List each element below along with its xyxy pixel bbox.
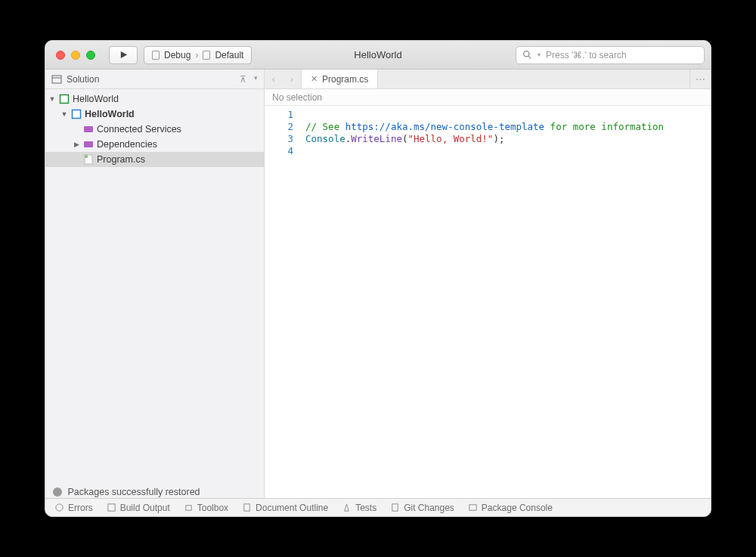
errors-icon bbox=[54, 503, 64, 512]
code-lines: // See https://aka.ms/new-console-templa… bbox=[301, 106, 664, 498]
run-button[interactable] bbox=[109, 46, 138, 64]
window-controls bbox=[56, 51, 95, 60]
svg-line-1 bbox=[528, 56, 531, 58]
svg-point-0 bbox=[524, 51, 529, 57]
connected-services-label: Connected Services bbox=[97, 124, 181, 135]
zoom-window-button[interactable] bbox=[86, 51, 95, 60]
minimize-window-button[interactable] bbox=[71, 51, 80, 60]
dependencies-label: Dependencies bbox=[97, 139, 157, 150]
panel-errors[interactable]: Errors bbox=[54, 503, 93, 513]
svg-rect-5 bbox=[73, 110, 81, 119]
tree-file-program[interactable]: Program.cs bbox=[45, 152, 264, 167]
svg-rect-9 bbox=[85, 155, 88, 158]
close-tab-icon[interactable]: ✕ bbox=[311, 74, 318, 84]
svg-point-10 bbox=[56, 504, 63, 511]
solution-tree: HelloWorld HelloWorld Connected Services… bbox=[45, 89, 264, 167]
line-number: 1 bbox=[265, 109, 293, 121]
sidebar-header: Solution ⊼ ▾ bbox=[45, 70, 264, 89]
svg-rect-11 bbox=[108, 504, 115, 511]
tab-overflow-button[interactable]: ⋯ bbox=[689, 70, 711, 88]
panel-tests[interactable]: Tests bbox=[342, 503, 376, 513]
search-icon bbox=[522, 50, 532, 60]
build-output-icon bbox=[107, 503, 116, 512]
line-number: 3 bbox=[265, 133, 293, 145]
play-icon bbox=[119, 51, 128, 59]
package-console-icon bbox=[468, 503, 478, 512]
titlebar: Debug › Default HelloWorld ▾ Press '⌘.' … bbox=[45, 41, 711, 70]
svg-rect-7 bbox=[84, 141, 93, 147]
editor-area: ‹ › ✕ Program.cs ⋯ No selection 1 2 3 4 bbox=[265, 70, 711, 498]
svg-rect-2 bbox=[52, 76, 61, 83]
target-icon bbox=[203, 51, 210, 60]
nav-forward-button[interactable]: › bbox=[283, 70, 301, 88]
code-editor[interactable]: 1 2 3 4 // See https://aka.ms/new-consol… bbox=[265, 106, 711, 498]
solution-pad-icon bbox=[51, 74, 62, 85]
main-body: Solution ⊼ ▾ HelloWorld HelloWorld bbox=[45, 70, 711, 498]
tab-label: Program.cs bbox=[322, 74, 368, 85]
panel-toolbox[interactable]: Toolbox bbox=[184, 503, 228, 513]
nav-back-button[interactable]: ‹ bbox=[265, 70, 283, 88]
panel-package-console[interactable]: Package Console bbox=[468, 503, 553, 513]
line-number: 4 bbox=[265, 145, 293, 157]
tab-program[interactable]: ✕ Program.cs bbox=[302, 70, 378, 88]
panel-git-changes[interactable]: Git Changes bbox=[390, 503, 454, 513]
sidebar-title: Solution bbox=[67, 74, 99, 85]
build-config-label: Debug bbox=[164, 50, 191, 60]
status-bar: Packages successfully restored Errors Bu… bbox=[45, 498, 711, 516]
svg-rect-13 bbox=[392, 504, 398, 511]
toolbox-icon bbox=[184, 503, 194, 512]
svg-rect-4 bbox=[60, 95, 69, 104]
status-message: Packages successfully restored bbox=[53, 487, 200, 497]
close-window-button[interactable] bbox=[56, 51, 65, 60]
separator: › bbox=[195, 50, 198, 60]
solution-label: HelloWorld bbox=[73, 94, 119, 104]
chevron-down-icon[interactable]: ▾ bbox=[254, 74, 258, 85]
search-placeholder: Press '⌘.' to search bbox=[546, 50, 627, 60]
tree-connected-services[interactable]: Connected Services bbox=[45, 122, 264, 137]
tab-bar: ‹ › ✕ Program.cs ⋯ bbox=[265, 70, 711, 89]
status-dot-icon bbox=[53, 487, 62, 497]
tree-project-node[interactable]: HelloWorld bbox=[45, 107, 264, 122]
connected-services-icon bbox=[83, 124, 94, 135]
line-gutter: 1 2 3 4 bbox=[265, 106, 301, 498]
breadcrumb-label: No selection bbox=[272, 92, 322, 103]
tests-icon bbox=[342, 503, 352, 512]
tree-solution-node[interactable]: HelloWorld bbox=[45, 91, 264, 107]
svg-rect-14 bbox=[469, 505, 476, 510]
pin-icon[interactable]: ⊼ bbox=[240, 74, 246, 85]
svg-rect-6 bbox=[84, 126, 93, 132]
csharp-file-icon bbox=[83, 154, 94, 165]
panel-build-output[interactable]: Build Output bbox=[107, 503, 170, 513]
svg-rect-12 bbox=[244, 504, 249, 511]
solution-icon bbox=[59, 94, 70, 104]
nav-history: ‹ › bbox=[265, 70, 302, 88]
disclosure-icon[interactable] bbox=[48, 95, 56, 103]
breadcrumb[interactable]: No selection bbox=[265, 89, 711, 106]
document-outline-icon bbox=[242, 503, 252, 512]
search-input[interactable]: ▾ Press '⌘.' to search bbox=[516, 46, 705, 64]
file-label: Program.cs bbox=[97, 154, 145, 165]
line-number: 2 bbox=[265, 121, 293, 133]
panel-document-outline[interactable]: Document Outline bbox=[242, 503, 328, 513]
build-config-selector[interactable]: Debug › Default bbox=[144, 46, 252, 64]
solution-sidebar: Solution ⊼ ▾ HelloWorld HelloWorld bbox=[45, 70, 265, 498]
project-icon bbox=[71, 109, 82, 119]
disclosure-icon[interactable] bbox=[73, 141, 80, 148]
git-icon bbox=[390, 503, 400, 512]
ide-window: Debug › Default HelloWorld ▾ Press '⌘.' … bbox=[45, 40, 711, 517]
disclosure-icon[interactable] bbox=[60, 110, 68, 118]
chevron-down-icon: ▾ bbox=[538, 51, 541, 58]
config-icon bbox=[152, 51, 160, 60]
tree-dependencies[interactable]: Dependencies bbox=[45, 137, 264, 152]
build-target-label: Default bbox=[215, 50, 243, 60]
dependencies-icon bbox=[83, 139, 94, 150]
project-label: HelloWorld bbox=[85, 109, 135, 119]
